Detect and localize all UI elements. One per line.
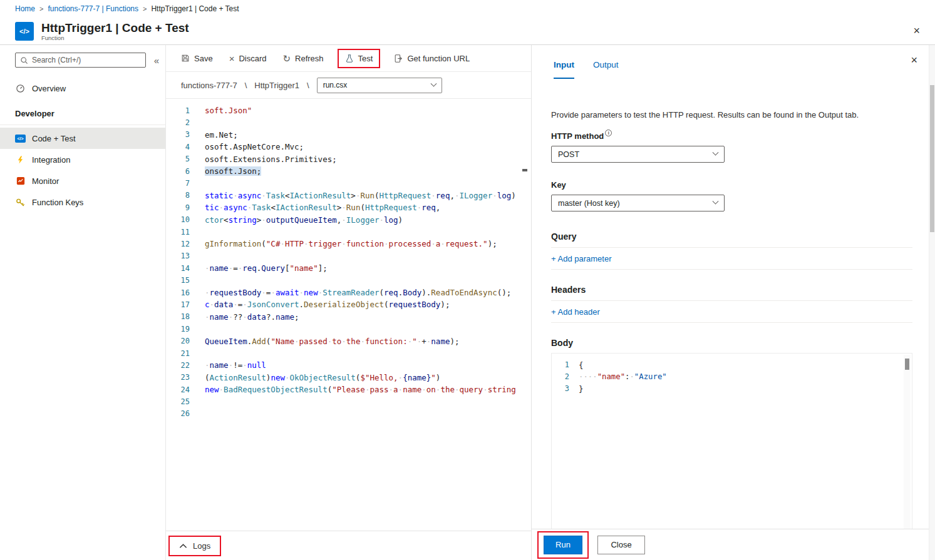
editor-path-bar: functions-777-7 \ HttpTrigger1 \ run.csx: [166, 72, 531, 99]
line-number: 9: [166, 203, 190, 212]
logs-bar: Logs: [166, 531, 531, 560]
test-label: Test: [358, 54, 373, 63]
key-label-text: Key: [551, 180, 566, 190]
code-text: em.Net;: [205, 130, 238, 140]
add-header-row: + Add header: [551, 301, 912, 322]
logs-toggle[interactable]: Logs: [193, 541, 210, 551]
lightning-icon: [15, 155, 26, 165]
code-line: 21: [166, 347, 531, 359]
line-number: 3: [166, 130, 190, 139]
save-button[interactable]: Save: [181, 54, 213, 63]
code-text: (ActionResult)new·OkObjectResult($"Hello…: [205, 373, 440, 382]
get-function-url-button[interactable]: Get function URL: [394, 54, 470, 63]
code-line: 2····"name":·"Azure": [552, 370, 912, 382]
collapse-sidebar-icon[interactable]: «: [152, 55, 162, 66]
code-line: 24new·BadRequestObjectResult("Please·pas…: [166, 384, 531, 395]
headers-section-label: Headers: [551, 285, 912, 295]
test-button[interactable]: Test: [345, 54, 373, 63]
breadcrumb-separator: >: [39, 5, 43, 13]
function-url-icon: [394, 54, 403, 63]
line-number: 17: [166, 300, 190, 309]
path-function: HttpTrigger1: [254, 81, 299, 90]
code-line: 19: [166, 323, 531, 335]
body-section-label: Body: [551, 338, 912, 348]
sidebar-item-function-keys[interactable]: Function Keys: [0, 191, 165, 213]
editor-toolbar: Save × Discard ↻ Refresh Test: [166, 45, 531, 72]
refresh-button[interactable]: ↻ Refresh: [282, 54, 323, 63]
file-select-value: run.csx: [323, 81, 348, 89]
body-editor-scrollbar[interactable]: [904, 355, 911, 529]
code-line: 25: [166, 395, 531, 407]
code-test-icon: </>: [15, 135, 26, 143]
code-line: 10ctor<string>·outputQueueItem,·ILogger·…: [166, 214, 531, 226]
search-icon: [20, 56, 28, 64]
code-line: 17c·data·=·JsonConvert.DeserializeObject…: [166, 298, 531, 310]
search-input[interactable]: [32, 56, 141, 64]
sidebar-item-label: Monitor: [32, 176, 59, 186]
scrollbar-thumb[interactable]: [905, 359, 909, 370]
code-line: 11: [166, 226, 531, 238]
code-text: osoft.AspNetCore.Mvc;: [205, 142, 304, 151]
breadcrumb-link[interactable]: Home: [15, 4, 35, 13]
code-lines: 1soft.Json"23em.Net;4osoft.AspNetCore.Mv…: [166, 104, 531, 420]
code-line: 7: [166, 177, 531, 189]
code-text: ·name·??·data?.name;: [205, 312, 299, 322]
discard-button[interactable]: × Discard: [229, 54, 267, 63]
page-scrollbar[interactable]: [929, 45, 935, 560]
save-icon: [181, 54, 190, 63]
query-section-label: Query: [551, 232, 912, 242]
add-parameter-link[interactable]: + Add parameter: [551, 254, 611, 263]
code-line: 2: [166, 116, 531, 128]
file-select[interactable]: run.csx: [317, 78, 442, 93]
line-number: 12: [166, 240, 190, 248]
run-button[interactable]: Run: [544, 536, 582, 554]
http-method-select[interactable]: POST: [551, 146, 725, 163]
tab-output[interactable]: Output: [593, 60, 619, 79]
editor-scrollbar[interactable]: [522, 99, 531, 531]
code-editor[interactable]: 1soft.Json"23em.Net;4osoft.AspNetCore.Mv…: [166, 99, 531, 531]
code-line: 23(ActionResult)new·OkObjectResult($"Hel…: [166, 372, 531, 384]
code-text: tic·async·Task<IActionResult>·Run(HttpRe…: [205, 203, 440, 212]
code-text: soft.Json": [205, 106, 252, 115]
code-line: 1soft.Json": [166, 104, 531, 116]
line-number: 19: [166, 325, 190, 333]
sidebar-item-label: Code + Test: [32, 134, 76, 143]
close-icon[interactable]: ×: [911, 24, 922, 38]
code-text: gInformation("C#·HTTP·trigger·function·p…: [205, 239, 497, 248]
code-line: 9tic·async·Task<IActionResult>·Run(HttpR…: [166, 201, 531, 213]
add-header-link[interactable]: + Add header: [551, 307, 600, 317]
close-icon[interactable]: ×: [908, 54, 920, 67]
code-line: 20QueueItem.Add("Name·passed·to·the·func…: [166, 335, 531, 347]
key-label: Key: [551, 180, 912, 190]
code-line: 3em.Net;: [166, 129, 531, 141]
sidebar-item-integration[interactable]: Integration: [0, 149, 165, 170]
line-number: 2: [166, 118, 190, 127]
line-number: 15: [166, 276, 190, 285]
code-line: 6onsoft.Json;: [166, 165, 531, 177]
key-icon: [15, 198, 26, 207]
close-button[interactable]: Close: [597, 536, 645, 554]
line-number: 26: [166, 409, 190, 418]
sidebar-item-code-test[interactable]: </> Code + Test: [0, 128, 165, 149]
page-header: </> HttpTrigger1 | Code + Test Function …: [0, 18, 935, 44]
code-text: onsoft.Json;: [205, 166, 261, 176]
body-editor[interactable]: 1{2····"name":·"Azure"3}: [551, 353, 912, 529]
sidebar-item-overview[interactable]: Overview: [0, 78, 165, 99]
line-number: 4: [166, 143, 190, 151]
http-method-value: POST: [558, 150, 579, 159]
code-line: 5osoft.Extensions.Primitives;: [166, 153, 531, 165]
search-box[interactable]: [15, 53, 146, 68]
code-line: 3}: [552, 382, 912, 394]
chevron-down-icon: [430, 80, 437, 86]
sidebar-item-monitor[interactable]: Monitor: [0, 170, 165, 191]
editor-column: Save × Discard ↻ Refresh Test: [166, 45, 531, 560]
path-separator: \: [307, 81, 309, 90]
info-icon: i: [605, 130, 612, 136]
key-value: master (Host key): [558, 199, 620, 208]
scrollbar-thumb[interactable]: [930, 85, 934, 232]
breadcrumb-link[interactable]: functions-777-7 | Functions: [48, 4, 138, 13]
content-area: « Overview Developer </> Code + Test Int…: [0, 45, 935, 560]
key-select[interactable]: master (Host key): [551, 195, 725, 211]
code-text: ·name·=·req.Query["name"];: [205, 263, 328, 273]
tab-input[interactable]: Input: [554, 60, 574, 79]
